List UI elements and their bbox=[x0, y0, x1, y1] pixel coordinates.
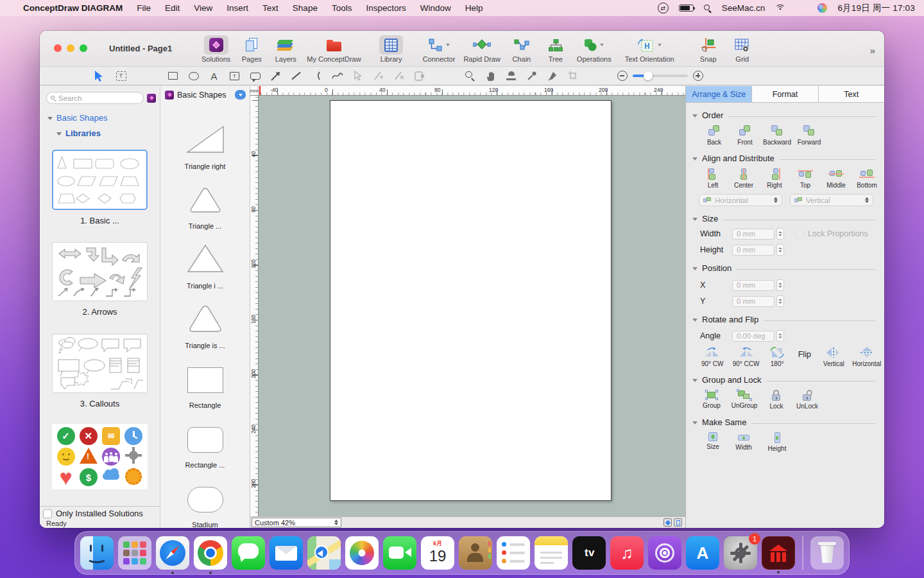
dock-music[interactable]: ♫ bbox=[610, 536, 644, 570]
distribute-vertical-select[interactable]: Vertical bbox=[790, 194, 873, 206]
zoom-window-button[interactable] bbox=[80, 44, 87, 52]
dock-safari[interactable] bbox=[156, 536, 189, 570]
add-anchor-tool[interactable] bbox=[370, 68, 387, 83]
dock-facetime[interactable] bbox=[383, 536, 416, 570]
solutions-button[interactable]: Solutions bbox=[201, 35, 230, 63]
y-stepper[interactable] bbox=[776, 295, 784, 307]
shapes-panel-dropdown-button[interactable] bbox=[235, 90, 246, 100]
rotate-90-ccw-button[interactable]: 90° CCW bbox=[728, 347, 763, 367]
search-input[interactable] bbox=[58, 94, 139, 102]
dock-trash[interactable] bbox=[810, 536, 844, 570]
stamp-tool[interactable] bbox=[502, 68, 520, 83]
horizontal-ruler[interactable]: -40 0 40 80 120 160 200 240 bbox=[259, 86, 685, 96]
input-switch-icon[interactable]: ⇄ bbox=[658, 3, 669, 13]
shape-rectangle[interactable]: Rectangle bbox=[160, 351, 250, 410]
group-button[interactable]: Group bbox=[696, 390, 727, 410]
dock-app-store[interactable]: A bbox=[686, 536, 719, 570]
operations-button[interactable]: Operations bbox=[577, 35, 612, 63]
library-card-icons[interactable]: ✓ ✕ ✉ ! ♥ $ bbox=[52, 424, 148, 489]
menu-tools[interactable]: Tools bbox=[332, 3, 352, 13]
tab-arrange-size[interactable]: Arrange & Size bbox=[686, 86, 752, 102]
reshape-tool[interactable] bbox=[349, 68, 366, 83]
zoom-level-select[interactable]: Custom 42% bbox=[252, 518, 341, 527]
wifi-icon[interactable] bbox=[775, 4, 785, 12]
menu-file[interactable]: File bbox=[137, 3, 151, 13]
dock-photos[interactable] bbox=[345, 536, 379, 570]
tree-item-libraries[interactable]: Libraries bbox=[56, 128, 160, 138]
rectangle-tool[interactable] bbox=[164, 68, 182, 83]
lock-proportions-checkbox[interactable] bbox=[796, 230, 804, 238]
rapid-draw-button[interactable]: Rapid Draw bbox=[463, 35, 500, 63]
dock-chrome[interactable] bbox=[194, 536, 227, 570]
library-card-basic[interactable] bbox=[52, 150, 148, 210]
angle-field[interactable]: 0.00 deg bbox=[732, 331, 774, 342]
align-left-button[interactable]: Left bbox=[697, 168, 728, 189]
section-order[interactable]: Order bbox=[692, 110, 884, 120]
snap-button[interactable]: Snap bbox=[696, 35, 721, 63]
make-same-width-button[interactable]: Width bbox=[728, 432, 759, 452]
zoom-slider[interactable] bbox=[633, 74, 688, 77]
menu-insert[interactable]: Insert bbox=[227, 3, 248, 13]
zoom-tool[interactable] bbox=[461, 68, 479, 83]
document-page[interactable] bbox=[330, 100, 612, 501]
callout-tool[interactable] bbox=[246, 68, 264, 83]
distribute-horizontal-select[interactable]: Horizontal bbox=[699, 194, 782, 206]
actual-size-button[interactable] bbox=[674, 518, 682, 527]
text-orientation-button[interactable]: Text Orientation bbox=[625, 35, 674, 63]
spotlight-icon[interactable] bbox=[704, 4, 712, 12]
eyedropper-tool[interactable] bbox=[523, 68, 540, 83]
close-window-button[interactable] bbox=[54, 44, 62, 52]
align-center-button[interactable]: Center bbox=[728, 168, 759, 189]
text-select-tool[interactable]: T bbox=[112, 68, 130, 83]
zoom-in-button[interactable] bbox=[693, 71, 703, 81]
make-same-size-button[interactable]: Size bbox=[697, 432, 728, 452]
select-tool[interactable] bbox=[90, 68, 107, 83]
section-make-same[interactable]: Make Same bbox=[692, 417, 884, 427]
library-card-callouts[interactable] bbox=[52, 334, 148, 393]
flip-vertical-button[interactable]: Vertical bbox=[818, 347, 850, 367]
width-stepper[interactable] bbox=[776, 228, 784, 240]
section-rotate-flip[interactable]: Rotate and Flip bbox=[692, 315, 884, 324]
menu-inspectors[interactable]: Inspectors bbox=[366, 3, 406, 13]
dock-launchpad[interactable] bbox=[118, 536, 151, 570]
dock-tv[interactable]: tv bbox=[572, 536, 606, 570]
delete-anchor-tool[interactable] bbox=[390, 68, 407, 83]
rotate-90-cw-button[interactable]: 90° CW bbox=[696, 347, 728, 367]
dock-calendar[interactable]: 6月 19 bbox=[421, 536, 454, 570]
freehand-tool[interactable] bbox=[329, 68, 346, 83]
search-field[interactable] bbox=[46, 92, 144, 104]
shape-stadium[interactable]: Stadium bbox=[160, 470, 250, 528]
ungroup-button[interactable]: UnGroup bbox=[727, 390, 762, 410]
pan-tool[interactable] bbox=[482, 68, 499, 83]
my-conceptdraw-button[interactable]: My ConceptDraw bbox=[307, 35, 361, 63]
shape-triangle-rounded[interactable]: Triangle ... bbox=[160, 171, 250, 231]
connector-button[interactable]: Connector bbox=[423, 35, 456, 63]
dock-notes[interactable] bbox=[535, 536, 568, 570]
fit-page-button[interactable] bbox=[663, 518, 672, 527]
section-position[interactable]: Position bbox=[692, 263, 884, 273]
lock-proportions-row[interactable]: Lock Proportions bbox=[796, 229, 868, 238]
shape-rectangle-rounded[interactable]: Rectangle ... bbox=[160, 410, 250, 470]
only-installed-row[interactable]: Only Installed Solutions bbox=[43, 509, 160, 518]
library-card-arrows[interactable] bbox=[52, 242, 148, 301]
lock-button[interactable]: Lock bbox=[762, 390, 791, 410]
section-size[interactable]: Size bbox=[692, 214, 884, 223]
app-menu[interactable]: ConceptDraw DIAGRAM bbox=[23, 3, 123, 13]
menu-help[interactable]: Help bbox=[465, 3, 483, 13]
order-back-button[interactable]: Back bbox=[699, 125, 730, 146]
vertical-ruler[interactable]: 40 80 120 160 200 240 280 bbox=[250, 96, 259, 516]
tab-text[interactable]: Text bbox=[819, 86, 884, 102]
make-same-height-button[interactable]: Height bbox=[762, 432, 792, 452]
menu-text[interactable]: Text bbox=[262, 3, 278, 13]
line-tool[interactable] bbox=[287, 68, 305, 83]
menu-bar-clock[interactable]: 6月19日 周一 17:03 bbox=[837, 3, 915, 14]
dock-mail[interactable] bbox=[270, 536, 303, 570]
tree-button[interactable]: Tree bbox=[543, 35, 569, 63]
shape-edit-tool[interactable] bbox=[411, 68, 428, 83]
x-field[interactable]: 0 mm bbox=[732, 280, 774, 291]
order-forward-button[interactable]: Forward bbox=[794, 125, 825, 146]
y-field[interactable]: 0 mm bbox=[732, 296, 774, 307]
solutions-search-button[interactable] bbox=[147, 94, 156, 103]
width-field[interactable]: 0 mm bbox=[732, 229, 774, 240]
x-stepper[interactable] bbox=[776, 279, 784, 291]
